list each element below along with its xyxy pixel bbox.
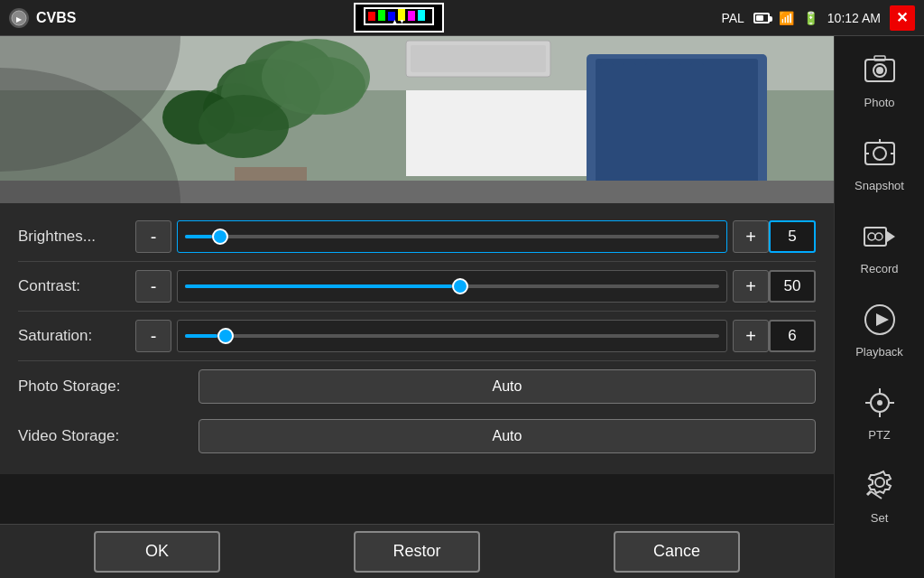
brightness-decrease-button[interactable]: - — [135, 220, 171, 253]
video-storage-label: Video Storage: — [18, 427, 199, 445]
svg-point-45 — [199, 95, 289, 158]
time-display: 10:12 AM — [827, 11, 881, 25]
snapshot-label: Snapshot — [855, 179, 904, 192]
set-label: Set — [871, 511, 889, 525]
brightness-slider-container[interactable] — [177, 220, 727, 253]
record-label: Record — [861, 262, 899, 275]
photo-storage-button[interactable]: Auto — [199, 369, 816, 404]
playback-label: Playback — [855, 345, 903, 359]
saturation-decrease-button[interactable]: - — [135, 320, 171, 352]
photo-label: Photo — [864, 96, 895, 109]
brightness-label: Brightnes... — [18, 228, 135, 246]
sidebar-item-record[interactable]: Record — [839, 207, 920, 288]
close-button[interactable]: ✕ — [890, 5, 915, 31]
svg-rect-14 — [865, 143, 894, 164]
contrast-value: 50 — [769, 270, 816, 303]
cancel-button[interactable]: Cance — [614, 531, 740, 573]
svg-point-31 — [875, 478, 884, 487]
svg-point-15 — [873, 147, 886, 160]
svg-marker-24 — [876, 313, 889, 326]
saturation-slider-track — [185, 334, 719, 338]
svg-point-21 — [875, 233, 882, 240]
brightness-slider-track — [185, 235, 719, 238]
brightness-increase-button[interactable]: + — [733, 220, 769, 253]
svg-rect-7 — [408, 11, 415, 21]
main-content: Brightnes... - + 5 Contrast: - + 5 — [0, 36, 834, 578]
contrast-slider-fill — [185, 284, 452, 288]
photo-storage-row: Photo Storage: Auto — [18, 361, 816, 411]
ptz-label: PTZ — [868, 428, 891, 442]
photo-icon — [864, 54, 896, 90]
saturation-increase-button[interactable]: + — [733, 320, 769, 352]
photo-storage-label: Photo Storage: — [18, 378, 199, 396]
right-sidebar: Photo Snapshot Record — [834, 36, 924, 578]
svg-rect-50 — [623, 63, 636, 194]
brightness-slider-thumb[interactable] — [212, 228, 228, 245]
svg-rect-4 — [378, 10, 385, 21]
svg-line-33 — [867, 491, 871, 495]
sidebar-item-set[interactable]: Set — [839, 456, 920, 537]
svg-point-20 — [868, 233, 875, 240]
set-icon — [864, 470, 896, 506]
signal-indicator: ▲▼ — [354, 3, 444, 33]
ok-button[interactable]: OK — [94, 531, 220, 573]
svg-point-43 — [262, 39, 370, 115]
battery-icon — [753, 13, 770, 23]
svg-rect-51 — [645, 63, 659, 194]
contrast-label: Contrast: — [18, 277, 135, 295]
svg-rect-52 — [668, 63, 681, 194]
camera-feed — [0, 36, 834, 203]
sidebar-item-snapshot[interactable]: Snapshot — [839, 124, 920, 205]
contrast-increase-button[interactable]: + — [733, 270, 769, 303]
brightness-slider-fill — [185, 235, 212, 238]
svg-marker-22 — [887, 231, 895, 242]
svg-rect-8 — [418, 10, 425, 21]
contrast-row: Contrast: - + 50 — [18, 262, 816, 312]
ptz-icon — [864, 387, 896, 423]
battery2-icon: 🔋 — [803, 11, 818, 25]
topbar-left: ▶ CVBS — [9, 8, 76, 28]
format-label: PAL — [721, 11, 744, 25]
video-storage-button[interactable]: Auto — [199, 419, 816, 453]
svg-rect-37 — [411, 45, 546, 72]
signal-icon: 📶 — [779, 11, 794, 25]
svg-text:▲▼: ▲▼ — [392, 18, 406, 24]
sidebar-item-ptz[interactable]: PTZ — [839, 373, 920, 454]
topbar-right: PAL 📶 🔋 10:12 AM ✕ — [721, 5, 915, 31]
svg-rect-54 — [406, 90, 587, 176]
app-logo: ▶ — [9, 8, 29, 28]
saturation-slider-fill — [185, 334, 217, 338]
contrast-slider-thumb[interactable] — [452, 278, 468, 294]
brightness-row: Brightnes... - + 5 — [18, 212, 816, 262]
top-bar: ▶ CVBS ▲▼ PAL 📶 🔋 10:12 AM ✕ — [0, 0, 924, 36]
sidebar-item-photo[interactable]: Photo — [839, 41, 920, 122]
saturation-row: Saturation: - + 6 — [18, 312, 816, 361]
contrast-decrease-button[interactable]: - — [135, 270, 171, 303]
snapshot-icon — [864, 137, 896, 173]
svg-rect-3 — [368, 12, 375, 21]
saturation-slider-container[interactable] — [177, 320, 727, 352]
app-title: CVBS — [36, 10, 76, 26]
bottom-buttons: OK Restor Cance — [0, 524, 834, 578]
contrast-slider-container[interactable] — [177, 270, 727, 303]
svg-rect-49 — [600, 63, 614, 194]
playback-icon — [864, 303, 896, 340]
saturation-label: Saturation: — [18, 327, 135, 345]
svg-rect-53 — [690, 63, 704, 194]
brightness-value: 5 — [769, 220, 816, 253]
svg-text:▶: ▶ — [16, 15, 23, 23]
record-icon — [864, 220, 896, 256]
sidebar-item-playback[interactable]: Playback — [839, 290, 920, 371]
saturation-value: 6 — [769, 320, 816, 352]
settings-panel: Brightnes... - + 5 Contrast: - + 5 — [0, 203, 834, 474]
svg-point-26 — [877, 400, 882, 406]
svg-rect-13 — [874, 56, 885, 61]
contrast-slider-track — [185, 284, 719, 288]
video-storage-row: Video Storage: Auto — [18, 411, 816, 461]
svg-point-12 — [876, 67, 883, 74]
saturation-slider-thumb[interactable] — [217, 328, 234, 344]
restore-button[interactable]: Restor — [354, 531, 480, 573]
